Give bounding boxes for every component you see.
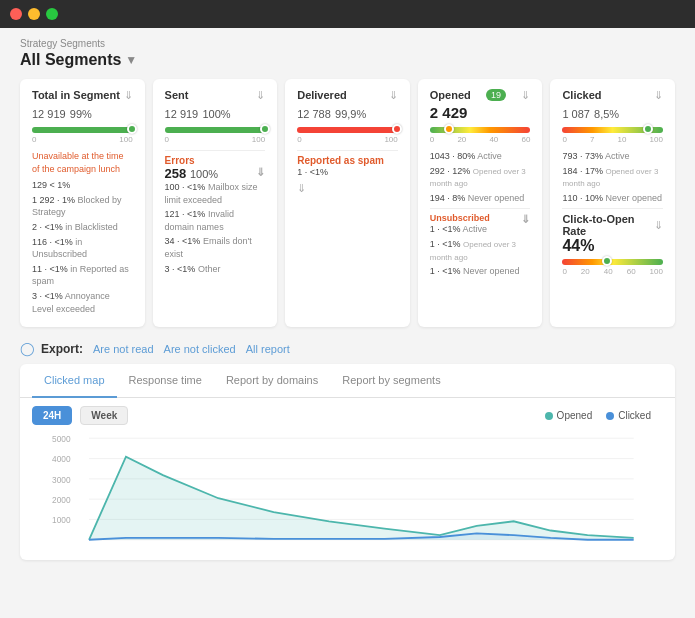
stat-row: 129 < 1% bbox=[32, 179, 133, 192]
legend-dot-opened bbox=[545, 412, 553, 420]
stat-row: 116 · <1% in Unsubscribed bbox=[32, 236, 133, 261]
card-total-sub: Unavailable at the time of the campaign … bbox=[32, 150, 133, 175]
download-icon-clicked[interactable]: ⇓ bbox=[654, 89, 663, 102]
cto-value: 44% bbox=[562, 237, 663, 255]
svg-text:1000: 1000 bbox=[52, 515, 71, 525]
stat-row: 3 · <1% Other bbox=[165, 263, 266, 276]
unsubscribed-label: Unsubscribed ⇓ bbox=[430, 213, 531, 223]
svg-marker-11 bbox=[89, 457, 634, 540]
tab-section: Clicked map Response time Report by doma… bbox=[20, 364, 675, 560]
card-clicked-value: 1 087 8,5% bbox=[562, 104, 663, 121]
export-label: Export: bbox=[41, 342, 83, 356]
stat-row: 110 · 10% Never opened bbox=[562, 192, 663, 205]
stat-row: 1 · <1% Active bbox=[430, 223, 531, 236]
export-link-not-clicked[interactable]: Are not clicked bbox=[164, 343, 236, 355]
card-sent-value: 12 919 100% bbox=[165, 104, 266, 121]
card-sent: Sent ⇓ 12 919 100% 0 100 Errors 258 100%… bbox=[153, 79, 278, 327]
export-link-all-report[interactable]: All report bbox=[246, 343, 290, 355]
card-delivered: Delivered ⇓ 12 788 99,9% 0 100 Reported … bbox=[285, 79, 410, 327]
opened-badge: 19 bbox=[486, 89, 506, 101]
card-total-value: 12 919 99% bbox=[32, 104, 133, 121]
download-icon-delivered[interactable]: ⇓ bbox=[389, 89, 398, 102]
tab-report-segments[interactable]: Report by segments bbox=[330, 364, 452, 398]
download-icon-cto[interactable]: ⇓ bbox=[654, 219, 663, 232]
legend-label-opened: Opened bbox=[557, 410, 593, 421]
svg-text:3000: 3000 bbox=[52, 475, 71, 485]
card-delivered-value: 12 788 99,9% bbox=[297, 104, 398, 121]
legend-label-clicked: Clicked bbox=[618, 410, 651, 421]
card-total: Total in Segment ⇓ 12 919 99% 0 100 Unav… bbox=[20, 79, 145, 327]
cards-row: Total in Segment ⇓ 12 919 99% 0 100 Unav… bbox=[20, 79, 675, 327]
chevron-down-icon[interactable]: ▼ bbox=[125, 53, 137, 67]
tab-bar: Clicked map Response time Report by doma… bbox=[20, 364, 675, 398]
tab-clicked-map[interactable]: Clicked map bbox=[32, 364, 117, 398]
stat-row: 292 · 12% Opened over 3 month ago bbox=[430, 165, 531, 190]
btn-week[interactable]: Week bbox=[80, 406, 128, 425]
export-links: Are not read Are not clicked All report bbox=[93, 343, 290, 355]
breadcrumb: Strategy Segments bbox=[20, 38, 675, 49]
maximize-button[interactable] bbox=[46, 8, 58, 20]
stat-row: 184 · 17% Opened over 3 month ago bbox=[562, 165, 663, 190]
card-opened-value: 2 429 bbox=[430, 104, 531, 121]
chart-svg: 5000 4000 3000 2000 1000 bbox=[32, 429, 663, 549]
download-icon-unsub[interactable]: ⇓ bbox=[521, 213, 530, 226]
card-clicked: Clicked ⇓ 1 087 8,5% 0 7 10 100 793 · 73… bbox=[550, 79, 675, 327]
error-label: Errors bbox=[165, 155, 266, 166]
card-total-title: Total in Segment bbox=[32, 89, 120, 101]
svg-text:5000: 5000 bbox=[52, 434, 71, 444]
btn-24h[interactable]: 24H bbox=[32, 406, 72, 425]
chart-controls: 24H Week Opened Clicked bbox=[20, 398, 675, 429]
legend-clicked: Clicked bbox=[606, 410, 651, 421]
stat-row: 1 · <1% Opened over 3 month ago bbox=[430, 238, 531, 263]
tab-report-domains[interactable]: Report by domains bbox=[214, 364, 330, 398]
card-clicked-title: Clicked bbox=[562, 89, 601, 101]
stat-row: 121 · <1% Invalid domain names bbox=[165, 208, 266, 233]
card-opened-title: Opened bbox=[430, 89, 471, 101]
stat-row: 1 292 · 1% Blocked by Strategy bbox=[32, 194, 133, 219]
card-opened: Opened 19 ⇓ 2 429 0 20 40 60 1043 · 80% … bbox=[418, 79, 543, 327]
stat-row: 100 · <1% Mailbox size limit exceeded bbox=[165, 181, 266, 206]
stat-row: 793 · 73% Active bbox=[562, 150, 663, 163]
chart-area: 5000 4000 3000 2000 1000 bbox=[20, 429, 675, 560]
error-value: 258 100% ⇓ bbox=[165, 166, 266, 181]
page-title: All Segments bbox=[20, 51, 121, 69]
stat-row: 11 · <1% in Reported as spam bbox=[32, 263, 133, 288]
legend-opened: Opened bbox=[545, 410, 593, 421]
download-icon-sent[interactable]: ⇓ bbox=[256, 89, 265, 102]
spam-label: Reported as spam bbox=[297, 155, 398, 166]
svg-text:2000: 2000 bbox=[52, 495, 71, 505]
svg-text:4000: 4000 bbox=[52, 454, 71, 464]
export-row: ◯ Export: Are not read Are not clicked A… bbox=[20, 341, 675, 356]
download-icon-errors[interactable]: ⇓ bbox=[256, 166, 265, 179]
stat-row: 1043 · 80% Active bbox=[430, 150, 531, 163]
chart-legend: Opened Clicked bbox=[545, 410, 663, 421]
card-sent-title: Sent bbox=[165, 89, 189, 101]
cto-label: Click-to-Open Rate bbox=[562, 213, 654, 237]
spam-value: 1 · <1% bbox=[297, 166, 398, 179]
minimize-button[interactable] bbox=[28, 8, 40, 20]
page-title-row: All Segments ▼ bbox=[20, 51, 675, 69]
export-link-not-read[interactable]: Are not read bbox=[93, 343, 154, 355]
titlebar bbox=[0, 0, 695, 28]
stat-row: 34 · <1% Emails don't exist bbox=[165, 235, 266, 260]
main-content: Strategy Segments All Segments ▼ Total i… bbox=[0, 28, 695, 618]
stat-row: 194 · 8% Never opened bbox=[430, 192, 531, 205]
stat-row: 2 · <1% in Blacklisted bbox=[32, 221, 133, 234]
download-icon-spam[interactable]: ⇓ bbox=[297, 182, 306, 194]
card-delivered-title: Delivered bbox=[297, 89, 347, 101]
tab-response-time[interactable]: Response time bbox=[117, 364, 214, 398]
stat-row: 3 · <1% Annoyance Level exceeded bbox=[32, 290, 133, 315]
stat-row: 1 · <1% Never opened bbox=[430, 265, 531, 278]
download-icon-opened[interactable]: ⇓ bbox=[521, 89, 530, 102]
download-icon-total[interactable]: ⇓ bbox=[124, 89, 133, 102]
close-button[interactable] bbox=[10, 8, 22, 20]
legend-dot-clicked bbox=[606, 412, 614, 420]
export-icon: ◯ bbox=[20, 341, 35, 356]
